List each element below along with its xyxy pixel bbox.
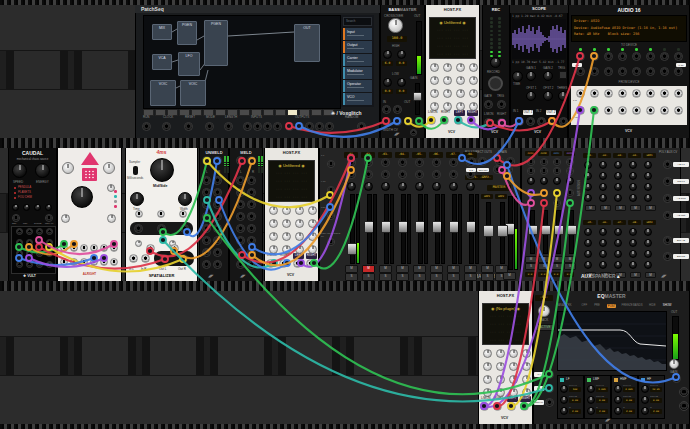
aux-solo-button[interactable]: S: [564, 263, 576, 270]
device-row[interactable]: Device: AudioFuse ASIO Driver (1-16 in, …: [574, 25, 684, 32]
mod-knob[interactable]: [45, 204, 52, 211]
split-jack[interactable]: [236, 260, 245, 269]
in1-jack[interactable]: [515, 117, 524, 126]
split-jack[interactable]: [247, 188, 256, 197]
io-jack[interactable]: [80, 244, 88, 252]
aux-return-jack[interactable]: [540, 189, 548, 197]
aux-return-jack[interactable]: [527, 199, 535, 207]
tab-hide[interactable]: HIDE: [649, 304, 656, 307]
out2-jack[interactable]: [548, 117, 557, 126]
io-jack[interactable]: [110, 244, 118, 252]
to-device-jack[interactable]: [576, 67, 585, 76]
output-jack[interactable]: [46, 250, 53, 257]
aux-send-jack[interactable]: [540, 167, 548, 175]
low-width-knob[interactable]: [383, 78, 392, 87]
module-audio16[interactable]: AUDIO 16 Driver: ASIO Device: AudioFuse …: [568, 5, 690, 138]
mute-button[interactable]: M: [430, 265, 443, 273]
tab-bands[interactable]: BANDS: [633, 304, 643, 307]
graph-node[interactable]: PGEN: [177, 21, 197, 45]
fx-param-knob[interactable]: [456, 76, 465, 85]
aux-fader[interactable]: [569, 210, 574, 254]
eq-in-jack[interactable]: [545, 384, 554, 393]
random-jack[interactable]: [357, 122, 366, 131]
to-device-jack[interactable]: [646, 67, 655, 76]
freq-knob[interactable]: [587, 385, 595, 393]
bus-jack[interactable]: [663, 252, 672, 261]
split-jack[interactable]: [213, 236, 222, 245]
step-button[interactable]: [311, 109, 322, 116]
aux-jack[interactable]: [393, 105, 402, 114]
io-jack[interactable]: [90, 258, 98, 266]
in2-jack[interactable]: [537, 117, 546, 126]
fx-param-knob[interactable]: [522, 362, 531, 371]
sidebar-item-carrier[interactable]: Carrier: [343, 54, 372, 66]
aux-mute-button[interactable]: M: [551, 256, 563, 263]
to-device-jack[interactable]: [632, 52, 641, 61]
master-fader[interactable]: [508, 196, 513, 270]
from-device-jack[interactable]: [590, 106, 599, 115]
bus-jack[interactable]: [663, 236, 672, 245]
graph-node[interactable]: VCA: [152, 54, 172, 70]
split-jack[interactable]: [236, 176, 245, 185]
fx-param-knob[interactable]: [469, 76, 478, 85]
eq-side-jack[interactable]: [672, 374, 681, 383]
graph-node[interactable]: MIX: [152, 24, 172, 40]
poly-jack[interactable]: [213, 156, 222, 165]
io-jack[interactable]: [70, 258, 78, 266]
trig-button[interactable]: [559, 71, 567, 79]
io-jack[interactable]: [110, 258, 118, 266]
fx-param-knob[interactable]: [295, 232, 304, 241]
fx-param-knob[interactable]: [522, 349, 531, 358]
split-jack[interactable]: [236, 212, 245, 221]
poly-aux-jack[interactable]: [663, 194, 672, 203]
midside-knob[interactable]: [150, 158, 174, 182]
cv-jack[interactable]: [45, 214, 53, 222]
to-device-jack[interactable]: [618, 67, 627, 76]
aux-send-jack[interactable]: [566, 158, 574, 166]
fx-param-knob[interactable]: [308, 219, 317, 228]
pan-knob[interactable]: [415, 182, 424, 191]
send-knob[interactable]: [584, 161, 592, 169]
small-knob[interactable]: [107, 214, 116, 223]
split-jack[interactable]: [247, 248, 256, 257]
aux-send-jack[interactable]: [527, 167, 535, 175]
module-bassmaster[interactable]: BASSMASTER CROSSOVER OUT 100.0 HIGH LOW …: [380, 5, 425, 138]
graph-node[interactable]: VOIC: [180, 80, 206, 106]
channel-in-l[interactable]: [364, 158, 373, 167]
aux-return-jack[interactable]: [540, 199, 548, 207]
out-jack[interactable]: [415, 117, 424, 126]
from-device-jack[interactable]: [604, 106, 613, 115]
channel-fader[interactable]: [401, 194, 406, 264]
width-cv-jack[interactable]: [410, 129, 417, 136]
graph-node[interactable]: LFO: [178, 52, 200, 76]
mute-button[interactable]: M: [396, 265, 409, 273]
input-jack[interactable]: [263, 122, 272, 131]
small-knob[interactable]: [107, 184, 115, 192]
send-knob[interactable]: [599, 228, 607, 236]
fx-param-knob[interactable]: [295, 219, 304, 228]
solo-button[interactable]: S: [396, 273, 409, 281]
jack-mode[interactable]: [205, 122, 214, 131]
send-knob[interactable]: [584, 239, 592, 247]
fx-param-knob[interactable]: [282, 219, 291, 228]
thres-knob[interactable]: [558, 91, 568, 101]
solo-button[interactable]: S: [430, 273, 443, 281]
gain-knob[interactable]: [587, 396, 595, 404]
fx-param-knob[interactable]: [522, 375, 531, 384]
send-knob[interactable]: [614, 250, 622, 258]
poly-aux-jack[interactable]: [663, 160, 672, 169]
pan-knob[interactable]: [364, 182, 373, 191]
to-device-jack[interactable]: [576, 52, 585, 61]
poly-aux-jack[interactable]: [663, 211, 672, 220]
module-auxspander[interactable]: AUX SENDS -01--02--03--04-GRP1MMMMM-05--…: [521, 148, 681, 281]
solo-button[interactable]: S: [345, 273, 358, 281]
jack-run[interactable]: [142, 122, 151, 131]
out-l-jack[interactable]: [160, 254, 169, 263]
patchseq-search-input[interactable]: Search: [343, 17, 372, 26]
module-spatializer[interactable]: 4ms Sampler Milliseconds Mid/Side Time W…: [125, 148, 198, 281]
split-jack[interactable]: [213, 188, 222, 197]
group-fader[interactable]: [486, 202, 491, 264]
gain-knob[interactable]: [641, 396, 649, 404]
audio-out-jack[interactable]: [467, 116, 476, 125]
fader-cap[interactable]: [554, 225, 564, 235]
